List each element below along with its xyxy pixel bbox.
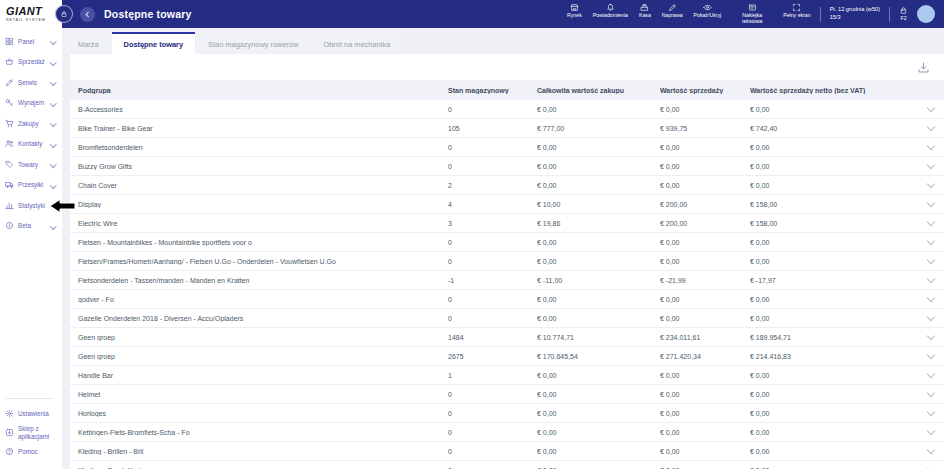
row-expand-button[interactable] bbox=[928, 202, 944, 206]
subgroup-cell: Chain Cover bbox=[78, 182, 448, 189]
back-button[interactable] bbox=[80, 7, 95, 22]
hotkey-label: F2 bbox=[900, 16, 906, 22]
purchase-value-cell: € 10.774,71 bbox=[537, 334, 660, 341]
chart-icon bbox=[5, 201, 14, 210]
purchase-value-cell: € 0,00 bbox=[537, 144, 660, 151]
row-expand-button[interactable] bbox=[928, 354, 944, 358]
topbar-divider bbox=[889, 7, 890, 22]
sidebar-item-pomoc[interactable]: Pomoc bbox=[0, 442, 62, 461]
row-expand-button[interactable] bbox=[928, 107, 944, 111]
purchase-value-cell: € 0,00 bbox=[537, 106, 660, 113]
row-expand-button[interactable] bbox=[928, 183, 944, 187]
sidebar-item-sprzeda[interactable]: Sprzedaż bbox=[0, 52, 62, 73]
topbar-action-naprawa[interactable]: Naprawa bbox=[662, 3, 683, 19]
table-row: Handle Bar1€ 0,00€ 0,00€ 0,00 bbox=[70, 366, 944, 385]
lock-hotkey-button[interactable]: F2 bbox=[899, 6, 908, 22]
purchase-value-cell: € 0,00 bbox=[537, 391, 660, 398]
avatar[interactable] bbox=[917, 5, 935, 23]
stock-cell: 3 bbox=[448, 220, 537, 227]
sidebar-item-zakupy[interactable]: Zakupy bbox=[0, 113, 62, 134]
row-expand-button[interactable] bbox=[928, 411, 944, 415]
stock-cell: -1 bbox=[448, 277, 537, 284]
sales-value-cell: € 0,00 bbox=[660, 258, 750, 265]
subgroup-cell: Helmet bbox=[78, 391, 448, 398]
row-expand-button[interactable] bbox=[928, 392, 944, 396]
net-sales-value-cell: € 158,00 bbox=[750, 201, 916, 208]
appstore-icon bbox=[5, 428, 14, 437]
table-row: Gazelle Onderdelen 2018 - Diversen - Acc… bbox=[70, 309, 944, 328]
people-icon bbox=[5, 139, 14, 148]
topbar-action-powiadomienia[interactable]: Powiadomienia bbox=[593, 3, 628, 19]
tab-mar-a[interactable]: Marża bbox=[66, 32, 111, 54]
row-expand-button[interactable] bbox=[928, 164, 944, 168]
tab-obr-t-na-mechanika[interactable]: Obrót na mechanika bbox=[311, 32, 402, 54]
topbar-action-pe-ny-ekran[interactable]: Pełny ekran bbox=[783, 3, 810, 19]
stock-cell: 0 bbox=[448, 391, 537, 398]
topbar-action-naklejka-tekstowa[interactable]: Naklejka tekstowa bbox=[732, 3, 772, 25]
topbar-action-kasa[interactable]: Kasa bbox=[639, 3, 651, 19]
chevron-down-icon bbox=[927, 351, 935, 359]
sidebar-item-kontakty[interactable]: Kontakty bbox=[0, 134, 62, 155]
purchase-value-cell: € 0,00 bbox=[537, 182, 660, 189]
brand-logo: GIANT RETAIL SYSTEM bbox=[0, 0, 62, 24]
sidebar-item-wynajem[interactable]: Wynajem bbox=[0, 93, 62, 114]
stock-cell: 0 bbox=[448, 296, 537, 303]
sidebar-item-towary[interactable]: Towary bbox=[0, 154, 62, 175]
purchase-value-cell: € 19,86 bbox=[537, 220, 660, 227]
net-sales-value-cell: € 0,00 bbox=[750, 315, 916, 322]
stock-cell: 0 bbox=[448, 144, 537, 151]
fullscreen-icon bbox=[792, 3, 801, 12]
stock-cell: 1 bbox=[448, 372, 537, 379]
sidebar-item-ustawienia[interactable]: Ustawienia bbox=[0, 404, 62, 423]
row-expand-button[interactable] bbox=[928, 221, 944, 225]
sidebar-item-panel[interactable]: Panel bbox=[0, 31, 62, 52]
sales-value-cell: € 0,00 bbox=[660, 448, 750, 455]
stock-cell: 105 bbox=[448, 125, 537, 132]
purchase-value-cell: € 0,00 bbox=[537, 315, 660, 322]
sales-value-cell: € 0,00 bbox=[660, 144, 750, 151]
row-expand-button[interactable] bbox=[928, 240, 944, 244]
subgroup-cell: Fietsen/Frames/Hometr/Aanhang/ - Fietsen… bbox=[78, 258, 448, 265]
datetime-extra: 15/3 bbox=[830, 14, 880, 22]
datetime-date: Pt. 12 grudnia (w50) bbox=[830, 6, 880, 14]
topbar-action-poka-ukryj[interactable]: Pokaż/Ukryj bbox=[694, 3, 722, 19]
key-icon bbox=[5, 98, 14, 107]
sidebar-item-serwis[interactable]: Serwis bbox=[0, 72, 62, 93]
row-expand-button[interactable] bbox=[928, 297, 944, 301]
tab-stan-magazynowy-rower-w[interactable]: Stan magazynowy rowerów bbox=[196, 32, 310, 54]
row-expand-button[interactable] bbox=[928, 449, 944, 453]
table-row: B-Accessories0€ 0,00€ 0,00€ 0,00 bbox=[70, 100, 944, 119]
net-sales-value-cell: € 0,00 bbox=[750, 182, 916, 189]
download-button[interactable] bbox=[917, 61, 930, 74]
row-expand-button[interactable] bbox=[928, 430, 944, 434]
sidebar-item-statystyki[interactable]: Statystyki bbox=[0, 195, 62, 216]
row-expand-button[interactable] bbox=[928, 373, 944, 377]
chevron-down-icon bbox=[50, 120, 56, 126]
datetime: Pt. 12 grudnia (w50) 15/3 bbox=[830, 6, 880, 21]
truck-icon bbox=[5, 180, 14, 189]
sidebar-item-sklep-z-aplikacjami[interactable]: Sklep z aplikacjami bbox=[0, 423, 62, 442]
chevron-down-icon bbox=[927, 408, 935, 416]
table-row: Geen groep1484€ 10.774,71€ 234.011,61€ 1… bbox=[70, 328, 944, 347]
sidebar-item-przesy-ki[interactable]: Przesyłki bbox=[0, 175, 62, 196]
row-expand-button[interactable] bbox=[928, 278, 944, 282]
row-expand-button[interactable] bbox=[928, 145, 944, 149]
subgroup-cell: Display bbox=[78, 201, 448, 208]
row-expand-button[interactable] bbox=[928, 316, 944, 320]
sidebar-item-beta[interactable]: Beta bbox=[0, 216, 62, 237]
table-row: Horloges0€ 0,00€ 0,00€ 0,00 bbox=[70, 404, 944, 423]
topbar-actions: RynekPowiadomieniaKasaNaprawaPokaż/Ukryj… bbox=[567, 3, 811, 25]
row-expand-button[interactable] bbox=[928, 126, 944, 130]
stock-cell: 0 bbox=[448, 258, 537, 265]
topbar-action-rynek[interactable]: Rynek bbox=[567, 3, 582, 19]
row-expand-button[interactable] bbox=[928, 335, 944, 339]
purchase-value-cell: € 777,00 bbox=[537, 125, 660, 132]
table-row: Kettingen-Fiets-Bromfiets-Scha - Fo0€ 0,… bbox=[70, 423, 944, 442]
table-toolbar bbox=[70, 54, 944, 80]
chevron-down-icon bbox=[927, 104, 935, 112]
tab-dost-pne-towary[interactable]: Dostępne towary bbox=[112, 32, 196, 54]
chevron-down-icon bbox=[927, 256, 935, 264]
table-row: Bike Trainer - Bike Gear105€ 777,00€ 939… bbox=[70, 119, 944, 138]
sales-value-cell: € 200,00 bbox=[660, 220, 750, 227]
row-expand-button[interactable] bbox=[928, 259, 944, 263]
